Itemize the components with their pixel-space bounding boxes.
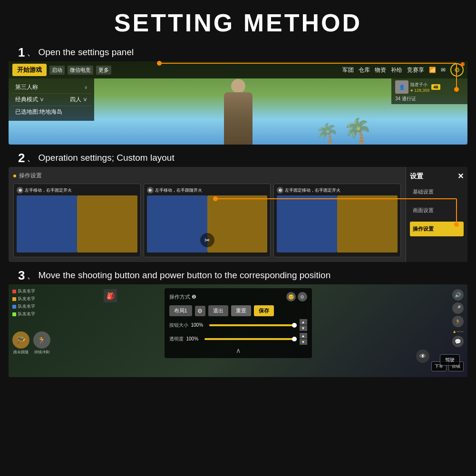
step-3-sep: 、 xyxy=(27,269,36,282)
card-2-brown xyxy=(207,195,268,253)
team-name-3: 队友名字 xyxy=(18,303,35,310)
sidebar-title: 设置 xyxy=(410,172,423,181)
step-2-sep: 、 xyxy=(27,151,36,164)
page-container: SETTING METHOD 1 、 Open the settings pan… xyxy=(0,0,476,476)
parachute-btn-container: 🪂 跳伞跟随 xyxy=(12,331,29,355)
more-icon: 更多 xyxy=(96,66,111,75)
chevron-icon: ∨ xyxy=(84,85,87,90)
control-card-2[interactable]: ❷ 左手移动，右手跟随开火 ✂ xyxy=(144,184,271,257)
screen1-game: 开始游戏 启动 微信电竞 更多 军团 仓库 物资 补给 竞赛享 📶 ✉ xyxy=(9,61,467,145)
save-button[interactable]: 保存 xyxy=(254,305,274,316)
expand-arrow[interactable]: ∧ xyxy=(169,347,307,354)
sprint-btn-container: 🏃 持续冲刺 xyxy=(33,331,50,355)
wechat-icon: 微信电竞 xyxy=(68,66,93,75)
char-head xyxy=(231,79,245,93)
btn-size-fill xyxy=(209,324,297,326)
opacity-up[interactable]: ▲ xyxy=(300,333,307,339)
exit-button[interactable]: 退出 xyxy=(208,305,228,316)
btn-size-down[interactable]: ▼ xyxy=(300,325,307,331)
btn-size-thumb xyxy=(292,323,297,328)
topbar-left: 开始游戏 启动 微信电竞 更多 xyxy=(12,64,111,76)
btn-size-slider[interactable] xyxy=(209,324,297,326)
opacity-arrows: ▲ ▼ xyxy=(300,333,307,345)
screen1-left-panel: 第三人称∨ 经典模式 ∨四人 ∨ 已选地图:绝地海岛 xyxy=(9,78,94,121)
screen1-right-panel: 👤 隐君子小 ● 128,355 46 34 通行证 xyxy=(391,78,467,104)
team-item-2: 队友名字 xyxy=(12,296,60,302)
drive-button[interactable]: 驾驶 xyxy=(440,354,460,366)
team-name-1: 队友名字 xyxy=(18,288,35,294)
control-card-3[interactable]: ❸ 左手固定移动，右手固定开火 xyxy=(273,184,401,257)
bag-icon[interactable]: 🎒 xyxy=(104,289,117,302)
volume-icon[interactable]: 🔊 xyxy=(452,289,464,301)
mic-icon[interactable]: 🎤 xyxy=(452,302,464,314)
menu-perspective[interactable]: 第三人称∨ xyxy=(11,81,91,94)
pass-text: 34 通行证 xyxy=(395,96,416,102)
sprint-button[interactable]: 🏃 xyxy=(33,331,50,349)
nav-mail-icon: ✉ xyxy=(441,67,446,73)
sidebar-title-row: 设置 ✕ xyxy=(410,172,464,181)
step-1-sep: 、 xyxy=(27,46,36,58)
opacity-down[interactable]: ▼ xyxy=(300,339,307,345)
eye-icon[interactable]: 👁 xyxy=(416,350,429,363)
menu-map: 已选地图:绝地海岛 xyxy=(11,106,91,118)
team-item-4: 队友名字 xyxy=(12,311,60,317)
skill-buttons: 🪂 跳伞跟随 🏃 持续冲刺 xyxy=(12,331,60,355)
settings-sidebar: 设置 ✕ 基础设置 画面设置 操作设置 xyxy=(406,167,467,262)
topbar-right: 军团 仓库 物资 补给 竞赛享 📶 ✉ ⚙ xyxy=(342,63,464,77)
team-color-4 xyxy=(12,312,16,316)
screen3-layout: 队友名字 队友名字 队友名字 队友名字 xyxy=(9,284,467,377)
team-item-1: 队友名字 xyxy=(12,288,60,294)
card-1-num: ❶ xyxy=(17,187,23,194)
topbar-dot xyxy=(13,175,16,177)
sidebar-basic-settings[interactable]: 基础设置 xyxy=(410,185,464,199)
layout-button[interactable]: 布局1 xyxy=(169,305,192,316)
right-icons-row: 😊 ⚙ xyxy=(286,292,307,301)
opacity-label: 透明度 xyxy=(169,336,184,342)
chat-icon[interactable]: 💬 xyxy=(452,336,464,347)
palm-trees-bg2: 🌴 xyxy=(315,122,339,145)
parachute-button[interactable]: 🪂 xyxy=(12,331,29,349)
menu-mode[interactable]: 经典模式 ∨四人 ∨ xyxy=(11,94,91,106)
btn-size-up[interactable]: ▲ xyxy=(300,319,307,325)
sidebar-display-settings[interactable]: 画面设置 xyxy=(410,203,464,218)
nav-warehouse: 仓库 xyxy=(359,66,370,74)
screen2-main: 操作设置 ❶ 左手移动，右手固定开火 xyxy=(9,167,406,262)
opacity-fill xyxy=(204,338,297,340)
layout-gear-button[interactable]: ⚙ xyxy=(195,306,205,316)
team-color-3 xyxy=(12,305,16,309)
screenshot-2: 操作设置 ❶ 左手移动，右手固定开火 xyxy=(9,167,467,262)
team-name-2: 队友名字 xyxy=(18,296,35,302)
control-card-1[interactable]: ❶ 左手移动，右手固定开火 xyxy=(13,184,141,257)
sidebar-operation-settings[interactable]: 操作设置 xyxy=(410,222,464,236)
bottom-right-panel: 下车 倍镜 驾驶 xyxy=(431,361,464,371)
face-icon: 😊 xyxy=(286,292,296,301)
gear-notification-dot xyxy=(461,62,465,66)
sidebar-close-button[interactable]: ✕ xyxy=(457,172,464,181)
btn-size-row: 按钮大小 100% ▲ ▼ xyxy=(169,319,307,331)
settings-icon[interactable]: ⚙ xyxy=(298,292,307,301)
step-3-label: 3 、 Move the shooting button and power b… xyxy=(18,269,476,282)
reset-button[interactable]: 重置 xyxy=(231,305,251,316)
screen1-topbar: 开始游戏 启动 微信电竞 更多 军团 仓库 物资 补给 竞赛享 📶 ✉ xyxy=(9,61,467,78)
settings-gear-button[interactable]: ⚙ xyxy=(450,63,464,77)
sprint-icon[interactable]: 🏃 xyxy=(452,316,464,327)
step-1-container: 1 、 Open the settings panel 开始游戏 启动 微信电竞… xyxy=(0,46,476,145)
card-2-title: ❷ 左手移动，右手跟随开火 xyxy=(147,187,268,194)
opacity-slider[interactable] xyxy=(204,338,297,340)
step-2-label: 2 、 Operation settings; Custom layout xyxy=(18,151,476,164)
team-panel: 队友名字 队友名字 队友名字 队友名字 xyxy=(12,288,60,355)
screen2-cards: ❶ 左手移动，右手固定开火 ❷ 左手移 xyxy=(13,184,401,257)
step-3-container: 3 、 Move the shooting button and power b… xyxy=(0,269,476,377)
card-3-num: ❸ xyxy=(277,187,283,194)
right-icon-panel: 🔊 🎤 🏃 ▲--:-- 💬 xyxy=(452,289,464,347)
nav-supplies: 物资 xyxy=(375,66,386,74)
card-3-brown xyxy=(337,195,398,253)
btn-size-value: 100% xyxy=(191,322,206,328)
page-title: SETTING METHOD xyxy=(0,0,476,42)
launch-icon: 启动 xyxy=(49,66,65,75)
start-game-button[interactable]: 开始游戏 xyxy=(12,64,47,76)
screenshot-1: 开始游戏 启动 微信电竞 更多 军团 仓库 物资 补给 竞赛享 📶 ✉ xyxy=(9,61,467,145)
operation-settings-label: 操作设置 xyxy=(19,172,42,180)
team-item-3: 队友名字 xyxy=(12,303,60,310)
opacity-thumb xyxy=(292,337,297,341)
